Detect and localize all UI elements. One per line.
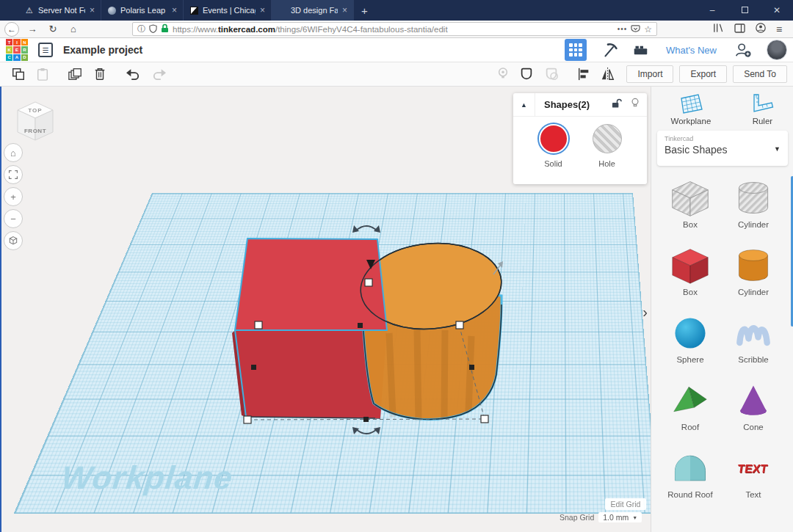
paste-icon[interactable] — [36, 67, 49, 81]
new-tab-button[interactable]: + — [354, 0, 375, 21]
forward-button[interactable]: → — [25, 23, 40, 34]
blocks-view-button[interactable] — [565, 39, 587, 61]
close-icon[interactable]: × — [172, 5, 177, 15]
close-icon[interactable]: × — [260, 5, 265, 15]
page-actions-icon[interactable]: ••• — [618, 25, 628, 33]
send-to-button[interactable]: Send To — [733, 65, 787, 83]
zoom-out-button[interactable]: − — [4, 209, 23, 228]
shape-thumbnail — [668, 313, 712, 354]
back-button[interactable]: ← — [4, 22, 19, 37]
reload-button[interactable]: ↻ — [46, 23, 60, 34]
hole-pattern-circle[interactable] — [593, 124, 622, 153]
unlock-icon[interactable] — [612, 98, 622, 112]
hole-swatch[interactable]: Hole — [593, 124, 622, 168]
viewport-3d[interactable]: Workplane — [1, 87, 651, 532]
shape-text-text[interactable]: TEXT TEXT Text — [724, 448, 783, 499]
maximize-button[interactable] — [728, 5, 761, 15]
tracking-shield-icon[interactable] — [149, 24, 157, 34]
home-view-button[interactable]: ⌂ — [4, 143, 23, 162]
header-right: What's New — [565, 39, 787, 61]
duplicate-icon[interactable] — [68, 67, 83, 81]
collapse-panel-button[interactable]: ▲ — [513, 93, 535, 117]
library-icon[interactable] — [713, 23, 724, 36]
shape-box-box-hole[interactable]: Box — [661, 178, 720, 229]
warning-icon: ⚠ — [25, 6, 34, 15]
group-icon[interactable] — [519, 67, 534, 81]
sidebar-toggle-icon[interactable] — [734, 23, 745, 36]
account-icon[interactable] — [756, 23, 766, 36]
import-button[interactable]: Import — [626, 65, 673, 83]
view-cube[interactable] — [13, 98, 57, 147]
workplane-tool[interactable]: Workplane — [671, 92, 711, 125]
shape-cone-cone[interactable]: Cone — [724, 380, 783, 431]
solid-color-circle[interactable] — [539, 124, 568, 153]
shape-roof-roof[interactable]: Roof — [661, 380, 720, 431]
menu-icon[interactable]: ≡ — [776, 23, 782, 35]
shape-sphere-sphere[interactable]: Sphere — [661, 313, 720, 364]
delete-icon[interactable] — [93, 67, 106, 81]
close-icon[interactable]: × — [342, 5, 347, 15]
invite-person-icon[interactable] — [734, 42, 752, 58]
project-title[interactable]: Example project — [63, 44, 142, 56]
tab-bar: ⚠ Server Not Found × Polaris Leap - Logi… — [0, 0, 793, 21]
bookmark-star-icon[interactable]: ☆ — [644, 24, 652, 34]
shape-cylinder-cylinder-hole[interactable]: Cylinder — [724, 178, 783, 229]
view-cube-front-label[interactable]: FRONT — [13, 128, 57, 134]
ungroup-icon[interactable] — [544, 67, 559, 81]
shape-label: Round Roof — [667, 490, 712, 499]
close-icon[interactable]: × — [90, 5, 95, 15]
view-cube-top-label[interactable]: TOP — [13, 107, 57, 114]
shape-cylinder-cylinder-orange[interactable]: Cylinder — [724, 245, 783, 296]
export-button[interactable]: Export — [679, 65, 727, 83]
ruler-tool[interactable]: Ruler — [750, 92, 775, 125]
perspective-toggle-button[interactable] — [4, 231, 23, 250]
tab-server-not-found[interactable]: ⚠ Server Not Found × — [19, 0, 101, 21]
shape-thumbnail — [668, 380, 712, 421]
solid-swatch[interactable]: Solid — [539, 124, 568, 168]
mirror-icon[interactable] — [601, 67, 615, 81]
navigation-bar: ← → ↻ ⌂ ⓘ https://www.tinkercad.com/thin… — [0, 21, 793, 38]
show-all-icon[interactable] — [497, 67, 509, 81]
minimize-button[interactable]: – — [696, 5, 728, 15]
close-window-button[interactable]: ✕ — [761, 5, 793, 15]
page-info-icon[interactable]: ⓘ — [137, 23, 145, 34]
shape-round-roof-round-roof[interactable]: Round Roof — [661, 448, 720, 499]
shape-label: Sphere — [676, 355, 703, 364]
brick-icon[interactable] — [633, 44, 648, 56]
pocket-icon[interactable] — [631, 24, 640, 34]
redo-icon[interactable] — [151, 68, 167, 81]
copy-icon[interactable] — [11, 67, 26, 81]
toolbar: Import Export Send To — [0, 62, 793, 87]
url-bar[interactable]: ⓘ https://www.tinkercad.com/things/6WIFe… — [132, 22, 657, 36]
snap-grid-select[interactable]: 1.0 mm▼ — [598, 512, 642, 522]
tab-title: Polaris Leap - Login — [120, 6, 167, 15]
tab-chicago-library[interactable]: Events | Chicago Public Library × — [184, 0, 272, 21]
whats-new-link[interactable]: What's New — [666, 45, 717, 56]
home-button[interactable]: ⌂ — [66, 23, 81, 34]
zoom-in-button[interactable]: + — [4, 187, 23, 206]
align-icon[interactable] — [577, 67, 590, 81]
shape-thumbnail — [731, 313, 775, 354]
shape-box-box-red[interactable]: Box — [661, 245, 720, 296]
shape-thumbnail: TEXT TEXT — [731, 448, 775, 489]
workplane-icon — [678, 92, 704, 114]
shape-scribble-scribble[interactable]: Scribble — [724, 313, 783, 364]
browser-window: ⚠ Server Not Found × Polaris Leap - Logi… — [0, 0, 793, 532]
shape-thumbnail — [731, 178, 775, 219]
minecraft-pickaxe-icon[interactable] — [603, 43, 618, 58]
edit-grid-button[interactable]: Edit Grid — [605, 498, 646, 510]
snap-grid-label: Snap Grid — [560, 513, 594, 522]
undo-icon[interactable] — [125, 68, 141, 81]
hide-lightbulb-icon[interactable] — [631, 98, 640, 112]
expand-panel-chevron[interactable]: › — [640, 298, 651, 326]
shape-thumbnail — [731, 245, 775, 286]
shapes-panel-title: Shapes(2) — [544, 99, 612, 110]
properties-list-icon[interactable]: ☰ — [38, 43, 53, 57]
tinkercad-logo[interactable]: TIN KER CAD — [6, 39, 28, 61]
avatar[interactable] — [767, 40, 787, 60]
tab-polaris-leap[interactable]: Polaris Leap - Login × — [101, 0, 184, 21]
globe-icon — [107, 6, 116, 15]
shape-category-dropdown[interactable]: Tinkercad Basic Shapes ▼ — [657, 131, 788, 166]
fit-view-button[interactable] — [4, 165, 23, 184]
tab-tinkercad-active[interactable]: 3D design Fantabulous Stantia × — [272, 0, 354, 21]
